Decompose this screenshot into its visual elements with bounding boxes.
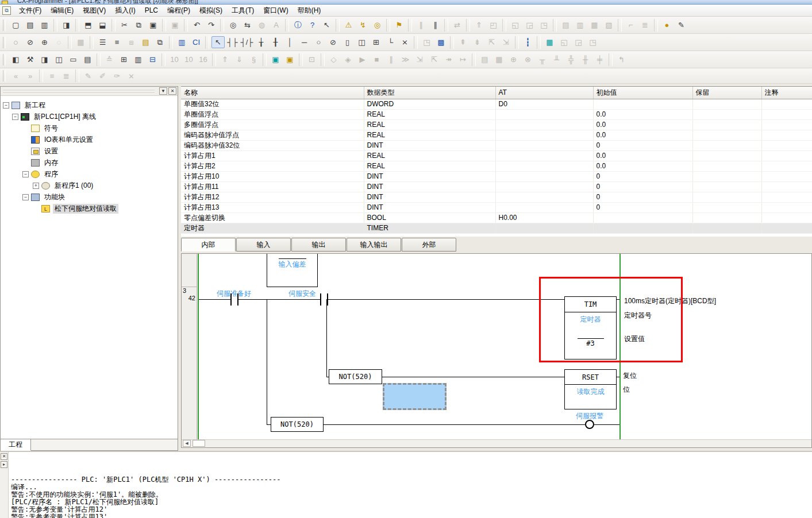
toolbar-grip[interactable] [3, 20, 6, 31]
rung-list-icon[interactable]: ≡ [110, 36, 124, 48]
horizontal-line-icon[interactable]: ─ [298, 36, 311, 48]
fb-io-icon[interactable]: ◲ [572, 36, 585, 48]
indent-decrease-icon[interactable]: « [9, 70, 22, 82]
sim-pause-icon[interactable]: ∥ [384, 53, 398, 65]
toolbar-grip[interactable] [3, 70, 6, 82]
vertical-line-icon[interactable]: │ [283, 36, 297, 48]
pause-icon[interactable]: ∥ [429, 19, 442, 31]
hierarchy-icon[interactable]: ⧉ [153, 36, 167, 48]
tree-item-servo-fb[interactable]: L 松下伺服绝对值读取 [33, 203, 176, 214]
io-rack-4-icon[interactable]: ╫ [579, 53, 592, 65]
print-preview-icon[interactable]: ⬓ [96, 19, 109, 31]
show-warnings-icon[interactable]: ⚠ [342, 19, 355, 31]
format-hex-icon[interactable]: 16 [197, 53, 210, 65]
collapse-icon[interactable]: − [3, 102, 9, 109]
time-chart-icon[interactable]: ≣ [638, 19, 652, 31]
find-icon[interactable]: ◎ [226, 19, 240, 31]
collapse-icon[interactable]: − [12, 114, 18, 120]
table-row[interactable]: 计算占用11 DINT 0 [181, 181, 812, 192]
instruction-icon[interactable]: ▯ [341, 36, 354, 48]
cut-icon[interactable]: ✂ [118, 19, 131, 31]
list-view-2-icon[interactable]: ≣ [60, 70, 73, 82]
io-rack-1-icon[interactable]: ╥ [536, 53, 549, 65]
edit-out-icon[interactable]: ⇲ [499, 36, 513, 48]
compile-output[interactable]: ---------------- PLC: '新PLC1' (PLC机型 'CP… [11, 454, 811, 518]
table-row[interactable]: 计算占用2 REAL 0.0 [181, 161, 812, 171]
table-row[interactable]: 多圈值浮点 REAL 0.0 [181, 119, 812, 130]
monitor-hold-icon[interactable]: ◇ [327, 53, 340, 65]
work-online-icon[interactable]: ▣ [269, 53, 282, 65]
rset-instruction-box[interactable]: RSET 读取完成 [564, 369, 617, 409]
delete-line-icon[interactable]: ⨯ [398, 36, 411, 48]
memory-view-4-icon[interactable]: ▧ [602, 19, 615, 31]
contact-closed-icon[interactable]: ┤/├ [240, 36, 253, 48]
draw-pen-1-icon[interactable]: ✎ [82, 70, 95, 82]
tree-item-plc[interactable]: − 新PLC1[CP1H] 离线 [12, 111, 176, 122]
output-coil-servo-alarm[interactable] [585, 420, 594, 429]
memory-view-3-icon[interactable]: ▦ [588, 19, 601, 31]
binary-view-icon[interactable]: ⊟ [146, 53, 159, 65]
table-row[interactable]: 计算占用13 DINT 0 [181, 202, 812, 212]
menu-help[interactable]: 帮助(H) [293, 5, 326, 17]
io-memory-2-icon[interactable]: ▦ [492, 53, 506, 65]
io-rack-3-icon[interactable]: ╬ [564, 53, 578, 65]
sim-step-icon[interactable]: ≫ [399, 53, 412, 65]
tree-item-function-blocks[interactable]: − 功能块 [22, 191, 176, 203]
tree-item-project[interactable]: − 新工程 [3, 99, 176, 111]
online-simulator-icon[interactable]: ▣ [283, 53, 297, 65]
collapse-icon[interactable]: − [22, 171, 29, 177]
tab-external[interactable]: 外部 [402, 238, 456, 252]
transfer-icon[interactable]: ⇄ [451, 19, 464, 31]
comment-box-icon[interactable]: ▩ [434, 36, 448, 48]
find-next-icon[interactable]: ◍ [255, 19, 268, 31]
io-node-1-icon[interactable]: ⊕ [507, 53, 520, 65]
release-protect-icon[interactable]: ✎ [675, 19, 688, 31]
not-instruction-box-2[interactable]: NOT(520) [271, 417, 324, 432]
tree-item-symbols[interactable]: 符号 [22, 122, 176, 134]
copy-icon[interactable]: ⧉ [132, 19, 145, 31]
find-text-icon[interactable]: A [270, 19, 283, 31]
contact-servo-safe[interactable] [320, 293, 321, 306]
zoom-fit-icon[interactable]: ◌ [52, 36, 66, 48]
close-icon[interactable]: ✕ [168, 87, 176, 95]
upload-icon[interactable]: ⇑ [472, 19, 486, 31]
toolbar-grip[interactable] [3, 37, 6, 48]
watch-window-icon[interactable]: ⚑ [392, 19, 406, 31]
transfer-to-plc-icon[interactable]: ⊡ [305, 53, 318, 65]
menu-insert[interactable]: 插入(I) [110, 5, 140, 17]
coil-icon[interactable]: ○ [312, 36, 325, 48]
tab-internal[interactable]: 内部 [181, 238, 236, 252]
workspace-header[interactable]: ▼ ✕ [1, 87, 178, 96]
table-row[interactable]: 单圈值32位 DWORD D0 [181, 99, 812, 109]
window-pair-icon[interactable]: ◫ [52, 53, 66, 65]
program-section-icon[interactable]: ◳ [420, 36, 433, 48]
menu-edit[interactable]: 编辑(E) [46, 5, 78, 17]
sim-continue-icon[interactable]: ↠ [442, 53, 455, 65]
menu-view[interactable]: 视图(V) [78, 5, 110, 17]
sim-run-icon[interactable]: ▶ [356, 53, 369, 65]
io-rack-2-icon[interactable]: ╨ [550, 53, 563, 65]
edit-below-icon[interactable]: ⇟ [471, 36, 484, 48]
redo-icon[interactable]: ↷ [205, 19, 218, 31]
window-small-icon[interactable]: ▭ [67, 53, 80, 65]
overview-icon[interactable]: ☰ [96, 36, 109, 48]
contact-servo-ready[interactable] [230, 293, 232, 306]
replace-icon[interactable]: ⇆ [241, 19, 254, 31]
table-row[interactable]: 计算占用1 REAL 0.0 [181, 150, 812, 161]
contact-or-open-icon[interactable]: ╁ [255, 36, 268, 48]
help-icon[interactable]: ? [306, 19, 319, 31]
column-header-at[interactable]: AT [495, 87, 593, 99]
menu-tools[interactable]: 工具(T) [227, 5, 259, 17]
draw-pen-2-icon[interactable]: ✐ [96, 70, 109, 82]
contact-or-closed-icon[interactable]: ╂ [269, 36, 282, 48]
table-row[interactable]: 定时器 TIMER [181, 223, 812, 233]
zoom-in-icon[interactable]: ⊕ [38, 36, 51, 48]
tab-project[interactable]: 工程 [1, 439, 31, 451]
find-in-files-icon[interactable]: ◨ [60, 19, 73, 31]
zoom-icon[interactable]: ◌ [9, 36, 22, 48]
next-reference-icon[interactable]: ⇓ [233, 53, 246, 65]
protect-icon[interactable]: ● [660, 19, 674, 31]
new-file-icon[interactable]: ▢ [9, 19, 22, 31]
rung-wrap-icon[interactable]: ▤ [139, 36, 152, 48]
compile-icon[interactable]: ≙ [103, 53, 116, 65]
